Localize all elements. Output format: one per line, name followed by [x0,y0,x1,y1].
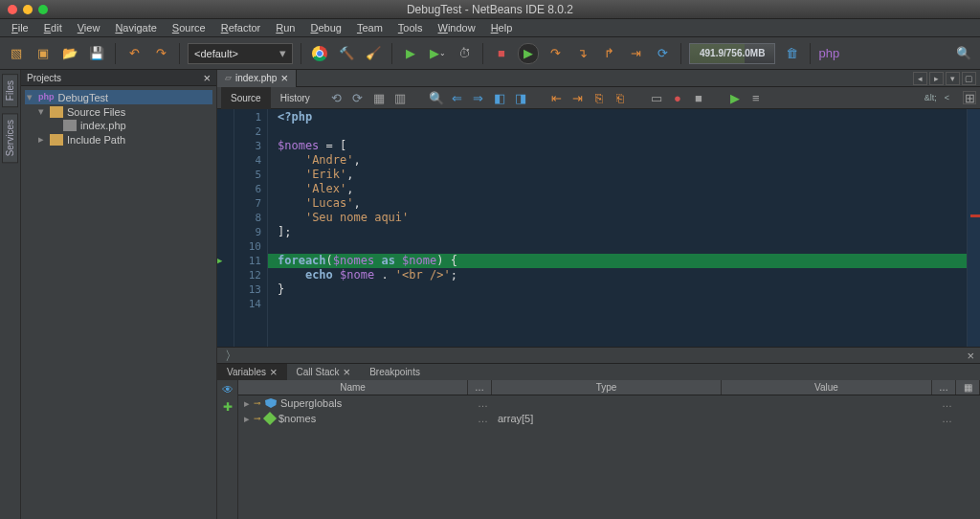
menu-file[interactable]: File [4,22,36,34]
nav-back-icon[interactable]: ⟲ [329,90,345,105]
menu-refactor[interactable]: Refactor [213,22,269,34]
step-into-icon[interactable]: ↴ [571,43,592,64]
menu-debug[interactable]: Debug [302,22,348,34]
tab-list-icon[interactable]: ▾ [946,72,960,85]
file-icon [63,120,77,131]
profile-icon[interactable]: ⏱ [454,43,475,64]
finish-debug-icon[interactable]: ■ [491,43,512,64]
redo-icon[interactable]: ↷ [150,43,171,64]
rail-tab-services[interactable]: Services [2,113,18,163]
debug-icon[interactable]: ▶⌄ [427,43,448,64]
close-icon[interactable]: × [344,366,351,378]
memory-indicator[interactable]: 491.9/756.0MB [689,43,775,64]
close-icon[interactable]: × [270,366,278,378]
code-area[interactable]: <?php $nomes = [ 'Andre', 'Erik', 'Alex'… [268,109,967,347]
undo-icon[interactable]: ↶ [123,43,145,64]
menu-source[interactable]: Source [165,22,213,34]
breadcrumb-close-icon[interactable]: × [961,350,980,362]
col-menu-icon[interactable]: … [932,380,956,395]
tab-close-icon[interactable]: × [280,72,288,84]
options-icon[interactable]: ≡ [748,90,764,105]
tree-folder[interactable]: ▸ Include Path [25,132,212,147]
tree-file[interactable]: index.php [25,119,212,132]
tree-folder[interactable]: ▾ Source Files [25,104,212,119]
clean-build-icon[interactable]: 🧹 [363,43,384,64]
new-file-icon[interactable]: ▧ [6,43,27,64]
macro-rec-icon[interactable]: ● [670,90,685,105]
menu-navigate[interactable]: Navigate [107,22,164,34]
subtab-source[interactable]: Source [221,87,271,109]
tab-callstack[interactable]: Call Stack × [287,364,361,381]
block-icon[interactable]: ▦ [371,90,387,105]
projects-close-icon[interactable]: × [203,72,211,84]
toggle-hl-icon[interactable]: ◧ [492,90,507,105]
line-gutter[interactable]: 1234567891011121314 [234,109,268,347]
php-icon[interactable]: php [818,43,839,64]
subtab-history[interactable]: History [271,87,320,109]
menu-window[interactable]: Window [431,22,483,34]
comment-icon[interactable]: ⎘ [591,90,607,105]
editor-tab[interactable]: ▱ index.php × [217,70,297,87]
block2-icon[interactable]: ▥ [392,90,408,105]
apply-changes-icon[interactable]: ⟳ [652,43,673,64]
maximize-editor-icon[interactable]: ▢ [962,72,976,85]
search-icon[interactable]: 🔍 [953,43,974,64]
tab-variables[interactable]: Variables × [217,364,287,381]
run-icon[interactable]: ▶ [400,43,421,64]
col-settings-icon[interactable]: ▦ [956,380,980,395]
next-tab-icon[interactable]: ▸ [929,72,944,85]
new-watch-icon[interactable]: ✚ [223,401,233,413]
browser-icon[interactable] [309,43,330,64]
tree-project-root[interactable]: ▾ php DebugTest [25,90,212,104]
open-project-icon[interactable]: 📂 [59,43,80,64]
find-prev-icon[interactable]: ⇐ [450,90,465,105]
error-marker[interactable] [970,214,980,217]
code-editor[interactable]: ▶ 1234567891011121314 <?php $nomes = [ '… [217,109,980,347]
menu-bar: FileEditViewNavigateSourceRefactorRunDeb… [0,19,980,37]
window-minimize-icon[interactable] [23,5,33,14]
menu-edit[interactable]: Edit [36,22,70,34]
watch-icon[interactable]: 👁 [222,384,234,395]
menu-tools[interactable]: Tools [390,22,431,34]
projects-tree[interactable]: ▾ php DebugTest ▾ Source Files index.php… [21,86,216,150]
run-tool-icon[interactable]: ▶ [727,90,743,105]
menu-run[interactable]: Run [268,22,302,34]
col-menu-icon[interactable]: … [468,380,492,395]
new-project-icon[interactable]: ▣ [33,43,54,64]
shift-left-icon[interactable]: ⇤ [549,90,565,105]
variable-row[interactable]: ▸⊸ Superglobals…… [238,395,980,411]
rail-tab-files[interactable]: Files [2,74,18,107]
grid-icon[interactable]: ⊞ [963,91,976,104]
step-over-icon[interactable]: ↷ [545,43,566,64]
tab-breakpoints[interactable]: Breakpoints [360,364,430,381]
toggle-bk-icon[interactable]: ◨ [513,90,528,105]
window-close-icon[interactable] [8,5,17,14]
find-sel-icon[interactable]: 🔍 [429,90,444,105]
run-to-cursor-icon[interactable]: ⇥ [625,43,646,64]
shift-right-icon[interactable]: ⇥ [570,90,586,105]
uncomment-icon[interactable]: ⎗ [612,90,628,105]
editor-tab-bar: ▱ index.php × ◂ ▸ ▾ ▢ [217,70,980,87]
menu-help[interactable]: Help [483,22,521,34]
build-icon[interactable]: 🔨 [336,43,357,64]
menu-view[interactable]: View [70,22,108,34]
menu-team[interactable]: Team [349,22,390,34]
config-combo[interactable]: <default> ▾ [188,43,293,64]
breadcrumb-chevron-icon[interactable]: 〉 [217,350,245,362]
step-out-icon[interactable]: ↱ [598,43,619,64]
col-value[interactable]: Value [722,380,932,395]
macro-stop-icon[interactable]: ■ [691,90,706,105]
macro-start-icon[interactable]: ▭ [649,90,664,105]
col-name[interactable]: Name [238,380,468,395]
find-next-icon[interactable]: ⇒ [471,90,486,105]
error-stripe[interactable] [967,109,980,347]
col-type[interactable]: Type [492,380,722,395]
save-all-icon[interactable]: 💾 [86,43,107,64]
continue-icon[interactable]: ▶ [518,43,539,64]
variables-panel: 👁 ✚ Name … Type Value … ▦ ▸⊸ Superglobal… [217,380,980,519]
gc-icon[interactable]: 🗑 [781,43,802,64]
window-zoom-icon[interactable] [38,5,48,14]
nav-fwd-icon[interactable]: ⟳ [350,90,366,105]
prev-tab-icon[interactable]: ◂ [913,72,927,85]
variable-row[interactable]: ▸⊸ $nomes…array[5]… [238,411,980,426]
